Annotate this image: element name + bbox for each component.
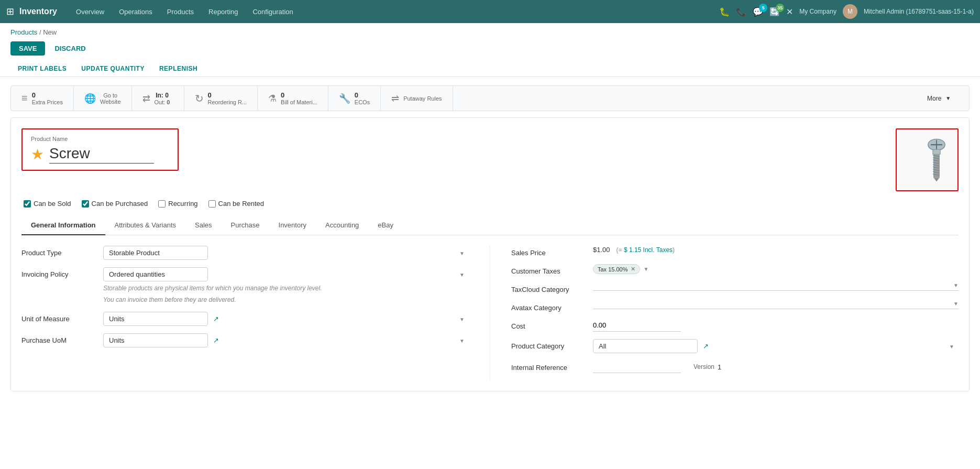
- purchase-uom-ext-link[interactable]: ↗: [213, 336, 219, 344]
- wrench-icon: 🔧: [339, 93, 350, 104]
- nav-products[interactable]: Products: [161, 5, 200, 19]
- refresh-badge: 35: [776, 4, 784, 12]
- tab-purchase[interactable]: Purchase: [222, 216, 269, 235]
- invoicing-hint1: Storable products are physical items for…: [103, 283, 469, 293]
- more-button[interactable]: More ▼: [917, 86, 969, 111]
- customer-taxes-label: Customer Taxes: [511, 264, 585, 275]
- ecos-label: ECOs: [355, 99, 370, 105]
- reordering-button[interactable]: ↻ 0 Reordering R...: [184, 86, 258, 111]
- nav-overview[interactable]: Overview: [70, 5, 111, 19]
- breadcrumb-parent[interactable]: Products: [10, 28, 37, 36]
- bug-icon[interactable]: 🐛: [719, 7, 730, 17]
- product-category-ext-link[interactable]: ↗: [703, 342, 709, 350]
- can-be-sold-checkbox[interactable]: Can be Sold: [24, 200, 71, 208]
- grid-menu-icon[interactable]: ⊞: [6, 6, 14, 17]
- product-form: Product Name ★ Screw: [10, 117, 970, 391]
- nav-configuration[interactable]: Configuration: [246, 5, 299, 19]
- replenish-button[interactable]: REPLENISH: [152, 61, 205, 77]
- can-be-rented-checkbox[interactable]: Can be Rented: [208, 200, 264, 208]
- uom-ext-link[interactable]: ↗: [213, 315, 219, 323]
- extra-prices-count: 0: [32, 91, 36, 99]
- taxcloud-dropdown-icon[interactable]: ▼: [953, 282, 959, 288]
- company-name: My Company: [799, 8, 836, 15]
- invoicing-policy-select[interactable]: Ordered quantities Delivered quantities: [103, 267, 208, 281]
- can-be-rented-input[interactable]: [208, 200, 216, 208]
- uom-select[interactable]: Units: [103, 312, 208, 326]
- incl-taxes-text: (= $ 1.15 Incl. Taxes): [616, 246, 675, 254]
- product-category-select[interactable]: All: [593, 339, 698, 353]
- flask-icon: ⚗: [268, 93, 277, 104]
- reordering-label: Reordering R...: [208, 99, 247, 105]
- cost-row: Cost 0.00: [511, 319, 959, 332]
- in-count: 0: [165, 92, 169, 99]
- tab-general[interactable]: General Information: [21, 216, 105, 235]
- breadcrumb: Products / New: [0, 23, 980, 38]
- can-be-purchased-checkbox[interactable]: Can be Purchased: [82, 200, 148, 208]
- taxcloud-label: TaxCloud Category: [511, 282, 585, 293]
- action-buttons: SAVE DISCARD: [0, 38, 980, 61]
- go-to-website-button[interactable]: 🌐 Go toWebsite: [74, 86, 132, 111]
- avatar[interactable]: M: [843, 4, 857, 19]
- extra-prices-button[interactable]: ≡ 0 Extra Prices: [11, 86, 74, 111]
- version-label: Version: [693, 363, 714, 370]
- sales-price-value[interactable]: $1.00: [593, 246, 610, 254]
- bom-label: Bill of Materi...: [281, 99, 317, 105]
- reordering-count: 0: [208, 91, 212, 99]
- tab-accounting[interactable]: Accounting: [316, 216, 368, 235]
- version-value: 1: [718, 363, 721, 371]
- putaway-button[interactable]: ⇌ Putaway Rules: [381, 86, 453, 111]
- tax-remove-icon[interactable]: ✕: [631, 266, 635, 272]
- can-be-purchased-input[interactable]: [82, 200, 89, 208]
- product-image[interactable]: [896, 128, 959, 191]
- nav-reporting[interactable]: Reporting: [202, 5, 244, 19]
- phone-icon[interactable]: 📞: [736, 7, 746, 17]
- invoicing-hint2: You can invoice them before they are del…: [103, 295, 469, 304]
- tab-ebay[interactable]: eBay: [368, 216, 403, 235]
- product-name-section: Product Name ★ Screw: [21, 128, 179, 171]
- uom-dropdown-icon: ▼: [459, 316, 465, 322]
- invoicing-dropdown-icon: ▼: [459, 271, 465, 277]
- user-name: Mitchell Admin (16789751-saas-15-1-a): [864, 8, 974, 15]
- chat-icon[interactable]: 💬 5: [753, 7, 763, 17]
- internal-ref-field[interactable]: [593, 361, 681, 373]
- tax-badge: Tax 15.00% ✕: [593, 264, 640, 274]
- tab-inventory[interactable]: Inventory: [269, 216, 316, 235]
- discard-button[interactable]: DISCARD: [49, 41, 91, 56]
- internal-ref-row: Internal Reference Version 1: [511, 361, 959, 373]
- cost-field[interactable]: 0.00: [593, 319, 681, 332]
- out-count: 0: [167, 99, 170, 105]
- uom-row: Unit of Measure Units ▼ ↗: [21, 312, 469, 326]
- tab-attributes[interactable]: Attributes & Variants: [105, 216, 186, 235]
- app-title: Inventory: [19, 7, 57, 16]
- star-icon[interactable]: ★: [31, 146, 44, 163]
- putaway-icon: ⇌: [391, 93, 399, 104]
- smart-buttons: ≡ 0 Extra Prices 🌐 Go toWebsite ⇄ In: 0 …: [10, 85, 970, 111]
- can-be-sold-input[interactable]: [24, 200, 31, 208]
- purchase-uom-select[interactable]: Units: [103, 333, 208, 347]
- customer-taxes-dropdown-icon[interactable]: ▼: [643, 266, 648, 272]
- update-quantity-button[interactable]: UPDATE QUANTITY: [74, 61, 152, 77]
- print-labels-button[interactable]: PRINT LABELS: [10, 61, 74, 77]
- product-type-select[interactable]: Storable Product Consumable Service: [103, 246, 208, 260]
- bom-button[interactable]: ⚗ 0 Bill of Materi...: [258, 86, 328, 111]
- product-category-dropdown-icon: ▼: [949, 343, 954, 349]
- save-button[interactable]: SAVE: [10, 41, 45, 56]
- refresh-icon[interactable]: 🔄 35: [769, 7, 780, 17]
- screw-svg: [904, 136, 951, 183]
- avatax-dropdown-icon[interactable]: ▼: [953, 301, 959, 307]
- taxcloud-row: TaxCloud Category ▼: [511, 282, 959, 293]
- product-name-field[interactable]: Screw: [49, 145, 154, 163]
- customer-taxes-row: Customer Taxes Tax 15.00% ✕ ▼: [511, 264, 959, 275]
- nav-operations[interactable]: Operations: [113, 5, 159, 19]
- in-out-button[interactable]: ⇄ In: 0 Out: 0: [132, 86, 184, 111]
- tab-sales[interactable]: Sales: [185, 216, 222, 235]
- extra-prices-icon: ≡: [21, 92, 28, 104]
- product-category-label: Product Category: [511, 339, 585, 350]
- ecos-button[interactable]: 🔧 0 ECOs: [328, 86, 381, 111]
- purchase-uom-row: Purchase UoM Units ▼ ↗: [21, 333, 469, 347]
- invoicing-policy-row: Invoicing Policy Ordered quantities Deli…: [21, 267, 469, 304]
- recurring-input[interactable]: [158, 200, 166, 208]
- close-icon[interactable]: ✕: [786, 7, 793, 17]
- recurring-checkbox[interactable]: Recurring: [158, 200, 197, 208]
- product-category-row: Product Category All ▼ ↗: [511, 339, 959, 353]
